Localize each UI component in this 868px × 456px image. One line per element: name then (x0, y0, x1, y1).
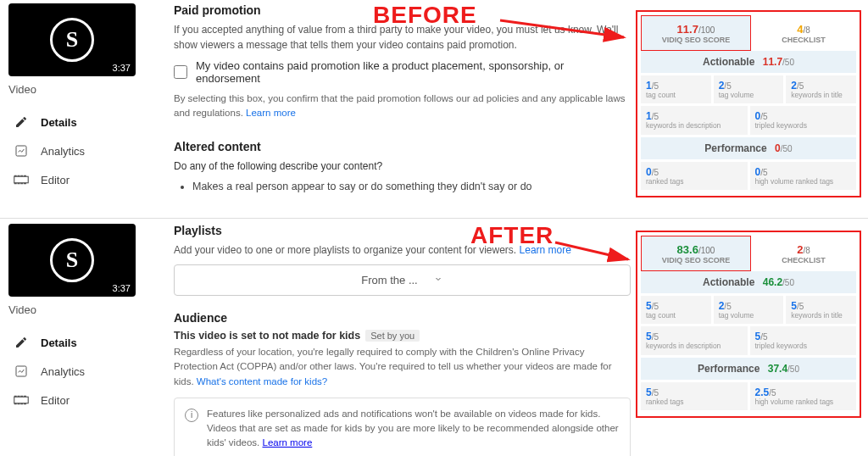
paid-fineprint: By selecting this box, you confirm that … (174, 92, 631, 121)
metric-cell: 2/5keywords in title (786, 75, 856, 103)
metric-cell: 0/5ranked tags (641, 162, 748, 190)
after-panel: S 3:37 Video Details Analytics Editor Pl… (0, 220, 868, 456)
checkbox-label: My video contains paid promotion like a … (196, 59, 631, 85)
nav-editor[interactable]: Editor (8, 386, 140, 414)
metric-cell: 0/5tripled keywords (750, 106, 857, 134)
nav-label: Editor (41, 394, 70, 407)
video-label: Video (8, 83, 140, 96)
svg-rect-20 (24, 403, 26, 405)
svg-line-10 (500, 20, 624, 37)
actionable-header: Actionable 11.7/50 (641, 51, 856, 73)
editor-icon (14, 172, 29, 187)
actionable-row1: 5/5tag count 2/5tag volume 5/5keywords i… (641, 296, 856, 324)
paid-promotion-checkbox-row[interactable]: My video contains paid promotion like a … (174, 59, 631, 85)
seo-score-tab[interactable]: 83.6/100 VIDIQ SEO SCORE (641, 236, 751, 271)
nav-label: Details (41, 116, 77, 129)
altered-question: Do any of the following describe your co… (174, 158, 631, 174)
metric-cell: 2/5tag volume (714, 296, 784, 324)
arrow-icon (555, 237, 640, 274)
setby-badge: Set by you (365, 330, 420, 342)
svg-rect-7 (18, 183, 20, 185)
after-overlay-label: AFTER (470, 222, 554, 249)
svg-rect-8 (20, 183, 23, 185)
svg-rect-4 (20, 175, 23, 177)
audience-info-box: i Features like personalized ads and not… (174, 398, 631, 456)
info-icon: i (185, 409, 198, 422)
pencil-icon (14, 114, 29, 130)
svg-rect-2 (14, 175, 17, 177)
section-title: Playlists (174, 224, 631, 237)
before-overlay-label: BEFORE (373, 2, 477, 29)
nav-analytics[interactable]: Analytics (8, 136, 140, 165)
video-thumbnail[interactable]: S 3:37 (8, 3, 136, 76)
nav-label: Editor (41, 174, 70, 186)
learn-more-link[interactable]: Learn more (246, 108, 296, 118)
checklist-tab[interactable]: 4/8 CHECKLIST (751, 15, 856, 51)
thumbnail-logo: S (50, 18, 94, 62)
seo-score-tab[interactable]: 11.7/100 VIDIQ SEO SCORE (641, 15, 751, 51)
chevron-down-icon (433, 274, 443, 286)
actionable-row1: 1/5tag count 2/5tag volume 2/5keywords i… (641, 75, 856, 103)
checklist-tab[interactable]: 2/8 CHECKLIST (751, 236, 856, 271)
svg-rect-18 (18, 403, 20, 405)
metric-cell: 1/5tag count (641, 75, 711, 103)
svg-rect-3 (18, 175, 20, 177)
metric-cell: 5/5keywords in title (786, 296, 856, 324)
analytics-icon (14, 364, 29, 379)
sidebar: S 3:37 Video Details Analytics Editor (0, 0, 140, 216)
pencil-icon (14, 335, 29, 350)
analytics-icon (14, 143, 29, 158)
metric-cell: 5/5keywords in description (641, 326, 748, 354)
svg-rect-19 (20, 403, 23, 405)
svg-rect-6 (14, 183, 17, 185)
nav-editor[interactable]: Editor (8, 165, 140, 194)
nav-details[interactable]: Details (8, 108, 140, 136)
performance-row: 5/5ranked tags 2.5/5high volume ranked t… (641, 382, 856, 410)
paid-promotion-checkbox[interactable] (174, 65, 187, 79)
vidiq-score-card: 11.7/100 VIDIQ SEO SCORE 4/8 CHECKLIST A… (636, 10, 861, 197)
vidiq-score-card: 83.6/100 VIDIQ SEO SCORE 2/8 CHECKLIST A… (636, 231, 861, 418)
svg-rect-14 (18, 396, 20, 398)
section-title: Audience (174, 311, 631, 325)
learn-more-link[interactable]: Learn more (262, 437, 312, 448)
actionable-row2: 5/5keywords in description 5/5tripled ke… (641, 326, 856, 354)
actionable-header: Actionable 46.2/50 (641, 271, 856, 293)
nav-analytics[interactable]: Analytics (8, 357, 140, 386)
svg-rect-15 (20, 396, 23, 398)
nav-details[interactable]: Details (8, 328, 140, 357)
section-title: Altered content (174, 140, 631, 153)
svg-rect-9 (24, 183, 26, 185)
divider (0, 218, 868, 219)
video-label: Video (8, 303, 140, 316)
sidebar: S 3:37 Video Details Analytics Editor (0, 220, 140, 456)
audience-desc: Regardless of your location, you're lega… (174, 345, 631, 389)
svg-rect-5 (24, 175, 26, 177)
duration-badge: 3:37 (113, 283, 131, 293)
svg-line-21 (555, 242, 628, 259)
metric-cell: 5/5tripled keywords (750, 326, 857, 354)
video-thumbnail[interactable]: S 3:37 (8, 224, 136, 297)
duration-badge: 3:37 (113, 63, 131, 73)
performance-header: Performance 37.4/50 (641, 358, 856, 380)
metric-cell: 1/5keywords in description (641, 106, 748, 134)
performance-row: 0/5ranked tags 0/5high volume ranked tag… (641, 162, 856, 190)
svg-rect-1 (14, 176, 29, 183)
svg-rect-13 (14, 396, 17, 398)
audience-status: This video is set to not made for kidsSe… (174, 330, 631, 342)
metric-cell: 5/5tag count (641, 296, 711, 324)
metric-cell: 0/5high volume ranked tags (750, 162, 857, 190)
altered-content-section: Altered content Do any of the following … (174, 140, 631, 192)
svg-rect-16 (24, 396, 26, 398)
arrow-icon (500, 15, 636, 52)
coppa-link[interactable]: What's content made for kids? (197, 376, 327, 386)
thumbnail-logo: S (50, 238, 94, 282)
editor-icon (14, 392, 29, 408)
svg-rect-12 (14, 397, 29, 403)
dropdown-label: From the ... (361, 274, 417, 286)
svg-rect-17 (14, 403, 17, 405)
metric-cell: 2/5tag volume (714, 75, 784, 103)
performance-header: Performance 0/50 (641, 137, 856, 159)
before-panel: S 3:37 Video Details Analytics Editor Pa… (0, 0, 868, 216)
altered-bullet: Makes a real person appear to say or do … (192, 181, 631, 192)
nav-label: Analytics (41, 365, 85, 378)
